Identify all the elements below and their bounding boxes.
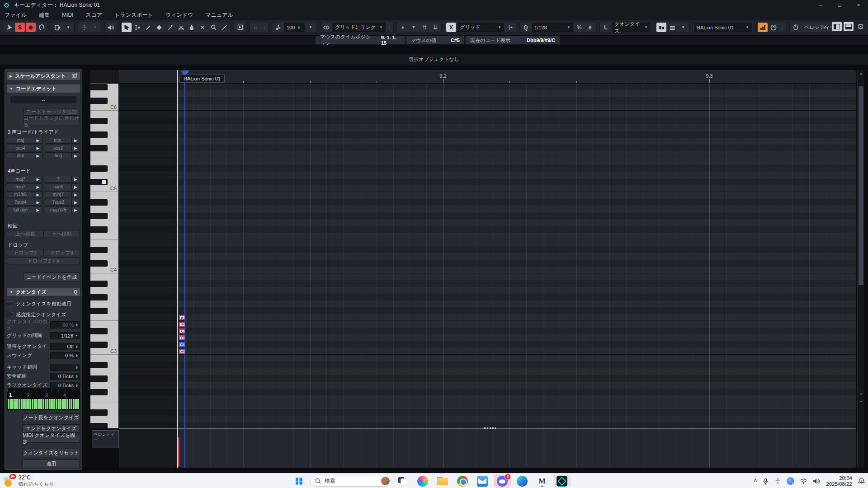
taskbar-app-taskview[interactable] — [394, 474, 411, 488]
taskbar-app-mail[interactable] — [474, 474, 491, 488]
transpose-semitone-up-button[interactable]: ▲ — [398, 23, 408, 32]
inversion-button-x[interactable]: 上へ移動 — [7, 230, 44, 237]
piano-key-b3[interactable] — [90, 273, 119, 280]
piano-key-f-3[interactable] — [90, 307, 119, 314]
spinner-icon[interactable]: ▲▼ — [75, 323, 78, 327]
taskbar-app-discord[interactable]: 5 — [494, 474, 511, 488]
chord-options-arrow-icon[interactable]: ▶ — [71, 199, 80, 205]
piano-key-a4[interactable] — [90, 206, 119, 212]
midi-note-d-3[interactable]: D#3 — [179, 328, 185, 334]
autoscroll-icon[interactable] — [52, 23, 62, 32]
reset-quantize-button[interactable]: クオンタイズをリセット — [22, 449, 80, 457]
chord-options-arrow-icon[interactable]: ▶ — [34, 137, 42, 143]
transpose-semitone-down-button[interactable]: ▼ — [409, 23, 419, 32]
spinner-icon[interactable]: ▲▼ — [75, 345, 78, 348]
part-cross-edit-icon[interactable] — [79, 23, 89, 32]
quantize-rough-value[interactable]: 0 Ticks▲▼ — [50, 382, 80, 389]
velocity-spinner-icon[interactable]: ▲▼ — [297, 26, 300, 29]
microphone-icon[interactable] — [762, 478, 769, 485]
chord-options-arrow-icon[interactable]: ▶ — [34, 207, 42, 213]
chord-options-arrow-icon[interactable]: ▶ — [71, 207, 80, 213]
show-part-borders-icon[interactable] — [235, 23, 245, 32]
soft-quantize-checkbox[interactable] — [7, 312, 12, 317]
piano-key-g-3[interactable] — [90, 294, 119, 300]
zoom-tool-icon[interactable] — [208, 23, 218, 32]
chord-options-arrow-icon[interactable]: ▶ — [71, 153, 80, 159]
iterative-quantize-icon[interactable]: % — [574, 23, 584, 32]
piano-key-c3[interactable]: C3 — [90, 348, 119, 355]
taskbar-search-input[interactable]: 検索 — [310, 476, 392, 487]
scroll-up-arrow-icon[interactable]: ▲ — [858, 70, 864, 76]
section-chord-edit[interactable]: ▼ コードエディット — [7, 84, 80, 93]
zoom-in-vertical-button[interactable]: + — [858, 398, 864, 404]
piano-key-g4[interactable] — [90, 219, 119, 226]
chord-button-maj[interactable]: maj▶ — [7, 137, 42, 144]
piano-key-g-2[interactable] — [90, 375, 119, 382]
taskbar-app-edge[interactable] — [514, 474, 531, 488]
chord-options-arrow-icon[interactable]: ▶ — [34, 199, 42, 205]
grid-relative-icon[interactable]: -|+ — [505, 23, 515, 32]
piano-key-c-3[interactable] — [90, 341, 119, 348]
piano-key-g-5[interactable] — [90, 131, 119, 138]
piano-key-d-5[interactable] — [90, 165, 119, 172]
chord-options-arrow-icon[interactable]: ▶ — [71, 184, 80, 190]
zoom-slider-dot[interactable]: • — [858, 391, 864, 397]
piano-key-f-5[interactable] — [90, 145, 119, 151]
piano-key-g3[interactable] — [90, 300, 119, 307]
piano-key-a5[interactable] — [90, 124, 119, 131]
inversion-button-x[interactable]: 下へ移動 — [44, 230, 80, 237]
quantize-strength-value[interactable]: 60 %▲▼ — [50, 321, 80, 328]
zoom-out-vertical-button[interactable]: − — [858, 384, 864, 390]
chord-options-arrow-icon[interactable]: ▶ — [71, 176, 80, 182]
apply-quantize-button[interactable]: 適用 — [22, 460, 80, 468]
spinner-icon[interactable]: ▲▼ — [75, 384, 78, 387]
piano-key-d6[interactable] — [90, 90, 119, 97]
blue-sphere-tray-icon[interactable] — [787, 477, 794, 485]
piano-key-d5[interactable] — [90, 172, 119, 178]
snap-on-off-button[interactable]: X — [446, 23, 456, 32]
piano-key-a-3[interactable] — [90, 280, 119, 287]
volume-icon[interactable] — [813, 478, 821, 484]
show-note-expression-icon[interactable] — [656, 23, 666, 32]
taskbar-app-m[interactable]: M — [533, 474, 551, 488]
piano-key-g-4[interactable] — [90, 212, 119, 219]
spinner-icon[interactable]: ▲▼ — [75, 375, 78, 378]
create-chord-event-button[interactable]: コードイベントを作成 — [23, 272, 80, 282]
drop-button-2[interactable]: ドロップ2 — [7, 249, 44, 256]
chord-button-min6[interactable]: min6▶ — [45, 183, 80, 190]
vertical-scrollbar-thumb[interactable] — [859, 86, 863, 285]
chord-options-arrow-icon[interactable]: ▶ — [34, 145, 42, 151]
tray-overflow-chevron-icon[interactable]: ^ — [754, 478, 757, 484]
piano-key-c5[interactable]: C5 — [90, 185, 119, 192]
velocity-lane-label[interactable]: ベロシティー — [92, 430, 119, 448]
length-quantize-select[interactable]: クオンタイズ.▼ — [612, 23, 651, 32]
knife-tool-icon[interactable] — [165, 23, 175, 32]
quantize-preset-select[interactable]: 1/128▼ — [532, 23, 573, 32]
insert-velocity-field[interactable]: 100▲▼ — [284, 23, 305, 32]
chord-button-min[interactable]: min.▶ — [45, 137, 80, 144]
spinner-icon[interactable]: ▲▼ — [75, 354, 78, 357]
setup-toolbar-gear-icon[interactable] — [855, 22, 865, 31]
chord-button-maj7-5[interactable]: maj7/#5▶ — [45, 206, 80, 213]
quantize-catch-value[interactable]: -▲▼ — [50, 364, 80, 371]
step-input-icon[interactable] — [758, 23, 768, 32]
record-in-editor-button[interactable] — [26, 23, 36, 32]
menu-file[interactable]: ファイル — [5, 11, 27, 19]
chord-button-7sus2[interactable]: 7sus2▶ — [45, 199, 80, 206]
piano-key-d-6[interactable] — [90, 84, 119, 90]
piano-key-f4[interactable] — [90, 233, 119, 239]
chord-button-maj7[interactable]: maj7▶ — [7, 176, 42, 183]
piano-key-c-2[interactable] — [90, 422, 119, 428]
menu-edit[interactable]: 編集 — [39, 11, 50, 19]
glue-tool-icon[interactable] — [187, 23, 197, 32]
piano-key-f5[interactable] — [90, 151, 119, 158]
midi-note-c3[interactable]: C3 — [179, 348, 185, 354]
accessibility-person-icon[interactable] — [774, 478, 781, 484]
chord-options-arrow-icon[interactable]: ▶ — [71, 145, 80, 151]
vertical-scrollbar[interactable]: ▲ − • + — [857, 70, 864, 468]
chord-button-7[interactable]: 7▶ — [45, 176, 80, 183]
bottom-zone-toggle-icon[interactable] — [844, 22, 854, 31]
chord-button-min7[interactable]: min7▶ — [7, 183, 42, 190]
piano-key-a-5[interactable] — [90, 117, 119, 124]
piano-key-d-4[interactable] — [90, 246, 119, 253]
